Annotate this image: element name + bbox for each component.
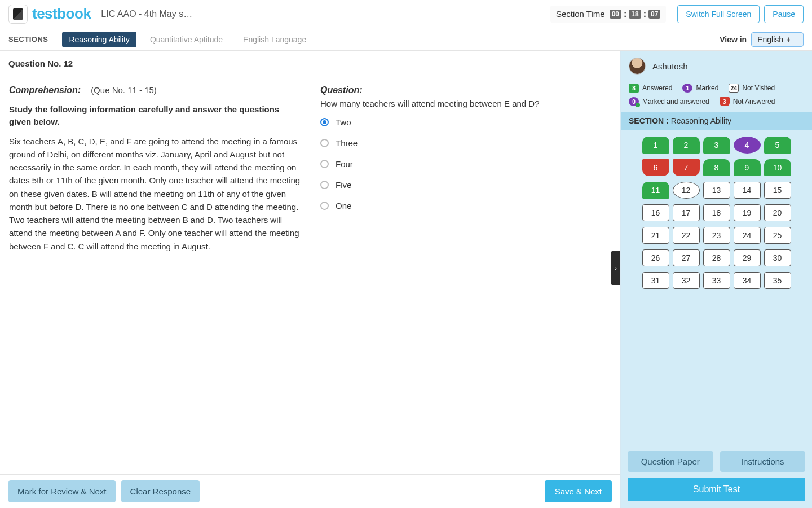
comprehension-title: Comprehension: <box>9 85 81 95</box>
palette-q-20[interactable]: 20 <box>764 204 791 221</box>
fullscreen-button[interactable]: Switch Full Screen <box>677 5 760 23</box>
sections-row: SECTIONS Reasoning AbilityQuantitative A… <box>0 28 812 51</box>
palette-q-1[interactable]: 1 <box>642 137 669 154</box>
palette-q-14[interactable]: 14 <box>734 182 761 199</box>
sidebar: Ashutosh 8Answered 1Marked 24Not Visited… <box>620 51 812 508</box>
radio-icon <box>320 160 329 168</box>
question-palette: 1234567891011121314151617181920212223242… <box>621 130 812 296</box>
palette-q-7[interactable]: 7 <box>673 159 700 176</box>
legend-notanswered-icon: 3 <box>720 97 730 106</box>
palette-q-4[interactable]: 4 <box>734 137 761 154</box>
timer-hours: 00 <box>610 10 621 19</box>
legend-answered-icon: 8 <box>629 84 639 93</box>
timer-label: Section Time <box>556 9 605 19</box>
sidebar-collapse-handle[interactable]: › <box>611 251 620 285</box>
palette-q-18[interactable]: 18 <box>703 204 730 221</box>
viewin-label: View in <box>720 35 747 44</box>
radio-icon <box>320 202 329 210</box>
section-tab-reasoning-ability[interactable]: Reasoning Ability <box>62 32 136 47</box>
legend-marked-icon: 1 <box>682 84 692 93</box>
palette-q-21[interactable]: 21 <box>642 227 669 244</box>
submit-test-button[interactable]: Submit Test <box>628 478 805 501</box>
palette-q-13[interactable]: 13 <box>703 182 730 199</box>
caret-icon: ▲▼ <box>787 37 791 42</box>
logo-icon <box>8 5 28 24</box>
legend: 8Answered 1Marked 24Not Visited 0Marked … <box>621 81 812 112</box>
section-timer: Section Time 00 : 18 : 07 <box>550 6 666 23</box>
legend-markedanswered-icon: 0 <box>629 97 639 106</box>
palette-q-28[interactable]: 28 <box>703 249 730 266</box>
palette-q-33[interactable]: 33 <box>703 272 730 289</box>
palette-q-10[interactable]: 10 <box>764 159 791 176</box>
palette-q-30[interactable]: 30 <box>764 249 791 266</box>
palette-q-16[interactable]: 16 <box>642 204 669 221</box>
legend-notvisited-icon: 24 <box>729 84 739 93</box>
username: Ashutosh <box>652 62 688 71</box>
comprehension-range: (Que No. 11 - 15) <box>91 85 157 95</box>
palette-q-35[interactable]: 35 <box>764 272 791 289</box>
comprehension-instruction: Study the following information carefull… <box>9 103 302 128</box>
palette-q-34[interactable]: 34 <box>734 272 761 289</box>
radio-icon <box>320 181 329 189</box>
question-number: Question No. 12 <box>8 59 73 68</box>
palette-q-12[interactable]: 12 <box>673 182 700 199</box>
brand-name: testbook <box>32 5 91 23</box>
clear-response-button[interactable]: Clear Response <box>121 480 200 502</box>
radio-icon <box>320 118 329 126</box>
palette-q-24[interactable]: 24 <box>734 227 761 244</box>
section-tab-english-language[interactable]: English Language <box>236 32 313 47</box>
avatar <box>629 58 646 75</box>
palette-q-2[interactable]: 2 <box>673 137 700 154</box>
comprehension-pane: Comprehension: (Que No. 11 - 15) Study t… <box>0 76 311 474</box>
palette-q-17[interactable]: 17 <box>673 204 700 221</box>
palette-q-8[interactable]: 8 <box>703 159 730 176</box>
palette-q-11[interactable]: 11 <box>642 182 669 199</box>
mark-review-button[interactable]: Mark for Review & Next <box>8 480 116 502</box>
palette-q-22[interactable]: 22 <box>673 227 700 244</box>
language-value: English <box>757 35 783 44</box>
language-select[interactable]: English ▲▼ <box>751 32 804 47</box>
palette-q-9[interactable]: 9 <box>734 159 761 176</box>
question-paper-button[interactable]: Question Paper <box>628 451 713 472</box>
sections-label: SECTIONS <box>8 35 55 43</box>
radio-icon <box>320 139 329 147</box>
section-strip: SECTION : Reasoning Ability <box>621 112 812 130</box>
footer: Mark for Review & Next Clear Response Sa… <box>0 474 620 508</box>
palette-q-31[interactable]: 31 <box>642 272 669 289</box>
palette-q-26[interactable]: 26 <box>642 249 669 266</box>
save-next-button[interactable]: Save & Next <box>545 480 612 502</box>
section-tab-quantitative-aptitude[interactable]: Quantitative Aptitude <box>143 32 230 47</box>
palette-q-6[interactable]: 6 <box>642 159 669 176</box>
palette-q-27[interactable]: 27 <box>673 249 700 266</box>
palette-q-15[interactable]: 15 <box>764 182 791 199</box>
header: testbook LIC AAO - 4th May s… Section Ti… <box>0 0 812 28</box>
palette-q-29[interactable]: 29 <box>734 249 761 266</box>
palette-q-23[interactable]: 23 <box>703 227 730 244</box>
palette-q-32[interactable]: 32 <box>673 272 700 289</box>
palette-q-25[interactable]: 25 <box>764 227 791 244</box>
palette-q-19[interactable]: 19 <box>734 204 761 221</box>
palette-q-3[interactable]: 3 <box>703 137 730 154</box>
instructions-button[interactable]: Instructions <box>720 451 806 472</box>
timer-minutes: 18 <box>629 10 641 19</box>
palette-q-5[interactable]: 5 <box>764 137 791 154</box>
comprehension-body: Six teachers A, B, C, D, E, and F are go… <box>9 135 302 253</box>
test-title: LIC AAO - 4th May s… <box>101 9 192 19</box>
timer-seconds: 07 <box>648 10 660 19</box>
pause-button[interactable]: Pause <box>764 5 804 23</box>
